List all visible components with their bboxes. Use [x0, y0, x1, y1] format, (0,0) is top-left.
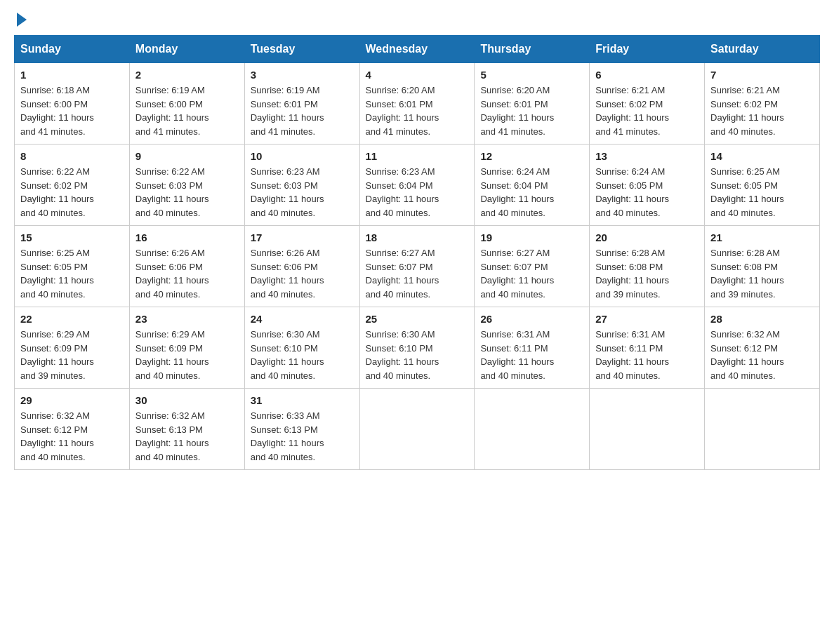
day-number: 21 — [710, 232, 814, 243]
day-info: Sunrise: 6:28 AMSunset: 6:08 PMDaylight:… — [595, 246, 699, 301]
day-number: 2 — [135, 69, 239, 81]
day-info: Sunrise: 6:24 AMSunset: 6:04 PMDaylight:… — [480, 165, 583, 220]
calendar-cell: 13Sunrise: 6:24 AMSunset: 6:05 PMDayligh… — [590, 145, 705, 226]
day-info: Sunrise: 6:26 AMSunset: 6:06 PMDaylight:… — [251, 246, 354, 301]
day-number: 11 — [366, 150, 469, 162]
day-number: 22 — [20, 313, 124, 325]
day-info: Sunrise: 6:32 AMSunset: 6:12 PMDaylight:… — [710, 328, 814, 382]
day-number: 31 — [251, 394, 354, 406]
week-row-3: 15Sunrise: 6:25 AMSunset: 6:05 PMDayligh… — [15, 226, 820, 307]
week-row-5: 29Sunrise: 6:32 AMSunset: 6:12 PMDayligh… — [15, 389, 820, 470]
calendar-cell: 31Sunrise: 6:33 AMSunset: 6:13 PMDayligh… — [244, 389, 359, 470]
day-number: 28 — [710, 313, 814, 325]
day-info: Sunrise: 6:29 AMSunset: 6:09 PMDaylight:… — [135, 328, 239, 382]
day-info: Sunrise: 6:32 AMSunset: 6:13 PMDaylight:… — [135, 409, 239, 464]
calendar-cell: 11Sunrise: 6:23 AMSunset: 6:04 PMDayligh… — [359, 145, 475, 226]
day-info: Sunrise: 6:20 AMSunset: 6:01 PMDaylight:… — [366, 83, 469, 138]
logo — [14, 14, 27, 24]
day-info: Sunrise: 6:25 AMSunset: 6:05 PMDaylight:… — [710, 165, 814, 220]
day-info: Sunrise: 6:24 AMSunset: 6:05 PMDaylight:… — [595, 165, 699, 220]
header-friday: Friday — [590, 36, 705, 63]
day-info: Sunrise: 6:19 AMSunset: 6:01 PMDaylight:… — [251, 83, 354, 138]
day-number: 30 — [135, 394, 239, 406]
day-info: Sunrise: 6:30 AMSunset: 6:10 PMDaylight:… — [366, 328, 469, 382]
calendar-cell: 21Sunrise: 6:28 AMSunset: 6:08 PMDayligh… — [705, 226, 820, 307]
calendar-cell: 29Sunrise: 6:32 AMSunset: 6:12 PMDayligh… — [15, 389, 130, 470]
day-number: 25 — [366, 313, 469, 325]
day-number: 6 — [595, 69, 699, 81]
day-number: 23 — [135, 313, 239, 325]
header-row: SundayMondayTuesdayWednesdayThursdayFrid… — [15, 36, 820, 63]
calendar-cell: 12Sunrise: 6:24 AMSunset: 6:04 PMDayligh… — [475, 145, 590, 226]
day-info: Sunrise: 6:21 AMSunset: 6:02 PMDaylight:… — [595, 83, 699, 138]
header-tuesday: Tuesday — [244, 36, 359, 63]
day-info: Sunrise: 6:18 AMSunset: 6:00 PMDaylight:… — [20, 83, 124, 138]
day-number: 13 — [595, 150, 699, 162]
calendar-cell: 20Sunrise: 6:28 AMSunset: 6:08 PMDayligh… — [590, 226, 705, 307]
calendar-cell: 10Sunrise: 6:23 AMSunset: 6:03 PMDayligh… — [244, 145, 359, 226]
day-number: 27 — [595, 313, 699, 325]
day-number: 18 — [366, 232, 469, 243]
calendar-cell: 18Sunrise: 6:27 AMSunset: 6:07 PMDayligh… — [359, 226, 475, 307]
day-info: Sunrise: 6:31 AMSunset: 6:11 PMDaylight:… — [480, 328, 583, 382]
day-number: 9 — [135, 150, 239, 162]
week-row-1: 1Sunrise: 6:18 AMSunset: 6:00 PMDaylight… — [15, 63, 820, 145]
calendar-cell: 19Sunrise: 6:27 AMSunset: 6:07 PMDayligh… — [475, 226, 590, 307]
day-info: Sunrise: 6:28 AMSunset: 6:08 PMDaylight:… — [710, 246, 814, 301]
calendar-cell: 17Sunrise: 6:26 AMSunset: 6:06 PMDayligh… — [244, 226, 359, 307]
day-info: Sunrise: 6:23 AMSunset: 6:04 PMDaylight:… — [366, 165, 469, 220]
calendar-cell — [359, 389, 475, 470]
day-info: Sunrise: 6:29 AMSunset: 6:09 PMDaylight:… — [20, 328, 124, 382]
day-number: 29 — [20, 394, 124, 406]
week-row-2: 8Sunrise: 6:22 AMSunset: 6:02 PMDaylight… — [15, 145, 820, 226]
calendar-cell — [590, 389, 705, 470]
day-info: Sunrise: 6:22 AMSunset: 6:02 PMDaylight:… — [20, 165, 124, 220]
day-info: Sunrise: 6:23 AMSunset: 6:03 PMDaylight:… — [251, 165, 354, 220]
day-number: 12 — [480, 150, 583, 162]
calendar-cell: 8Sunrise: 6:22 AMSunset: 6:02 PMDaylight… — [15, 145, 130, 226]
calendar-cell: 27Sunrise: 6:31 AMSunset: 6:11 PMDayligh… — [590, 307, 705, 389]
day-info: Sunrise: 6:22 AMSunset: 6:03 PMDaylight:… — [135, 165, 239, 220]
calendar-cell: 23Sunrise: 6:29 AMSunset: 6:09 PMDayligh… — [129, 307, 244, 389]
header — [14, 14, 820, 24]
calendar-cell: 3Sunrise: 6:19 AMSunset: 6:01 PMDaylight… — [244, 63, 359, 145]
day-number: 7 — [710, 69, 814, 81]
day-info: Sunrise: 6:25 AMSunset: 6:05 PMDaylight:… — [20, 246, 124, 301]
calendar-cell: 15Sunrise: 6:25 AMSunset: 6:05 PMDayligh… — [15, 226, 130, 307]
day-info: Sunrise: 6:30 AMSunset: 6:10 PMDaylight:… — [251, 328, 354, 382]
day-number: 14 — [710, 150, 814, 162]
calendar-cell: 22Sunrise: 6:29 AMSunset: 6:09 PMDayligh… — [15, 307, 130, 389]
header-saturday: Saturday — [705, 36, 820, 63]
calendar-cell: 5Sunrise: 6:20 AMSunset: 6:01 PMDaylight… — [475, 63, 590, 145]
day-info: Sunrise: 6:32 AMSunset: 6:12 PMDaylight:… — [20, 409, 124, 464]
day-number: 19 — [480, 232, 583, 243]
calendar-cell: 7Sunrise: 6:21 AMSunset: 6:02 PMDaylight… — [705, 63, 820, 145]
calendar-cell: 28Sunrise: 6:32 AMSunset: 6:12 PMDayligh… — [705, 307, 820, 389]
day-number: 10 — [251, 150, 354, 162]
day-number: 26 — [480, 313, 583, 325]
week-row-4: 22Sunrise: 6:29 AMSunset: 6:09 PMDayligh… — [15, 307, 820, 389]
day-number: 1 — [20, 69, 124, 81]
day-info: Sunrise: 6:27 AMSunset: 6:07 PMDaylight:… — [366, 246, 469, 301]
day-number: 16 — [135, 232, 239, 243]
day-info: Sunrise: 6:26 AMSunset: 6:06 PMDaylight:… — [135, 246, 239, 301]
calendar-cell: 30Sunrise: 6:32 AMSunset: 6:13 PMDayligh… — [129, 389, 244, 470]
calendar-cell — [705, 389, 820, 470]
day-number: 15 — [20, 232, 124, 243]
calendar-cell: 14Sunrise: 6:25 AMSunset: 6:05 PMDayligh… — [705, 145, 820, 226]
calendar-cell — [475, 389, 590, 470]
day-number: 20 — [595, 232, 699, 243]
day-number: 24 — [251, 313, 354, 325]
calendar-cell: 4Sunrise: 6:20 AMSunset: 6:01 PMDaylight… — [359, 63, 475, 145]
day-info: Sunrise: 6:19 AMSunset: 6:00 PMDaylight:… — [135, 83, 239, 138]
day-info: Sunrise: 6:20 AMSunset: 6:01 PMDaylight:… — [480, 83, 583, 138]
header-wednesday: Wednesday — [359, 36, 475, 63]
day-info: Sunrise: 6:27 AMSunset: 6:07 PMDaylight:… — [480, 246, 583, 301]
day-info: Sunrise: 6:31 AMSunset: 6:11 PMDaylight:… — [595, 328, 699, 382]
day-info: Sunrise: 6:21 AMSunset: 6:02 PMDaylight:… — [710, 83, 814, 138]
calendar-table: SundayMondayTuesdayWednesdayThursdayFrid… — [14, 35, 820, 470]
calendar-cell: 25Sunrise: 6:30 AMSunset: 6:10 PMDayligh… — [359, 307, 475, 389]
header-thursday: Thursday — [475, 36, 590, 63]
logo-triangle-icon — [17, 13, 27, 27]
calendar-cell: 16Sunrise: 6:26 AMSunset: 6:06 PMDayligh… — [129, 226, 244, 307]
